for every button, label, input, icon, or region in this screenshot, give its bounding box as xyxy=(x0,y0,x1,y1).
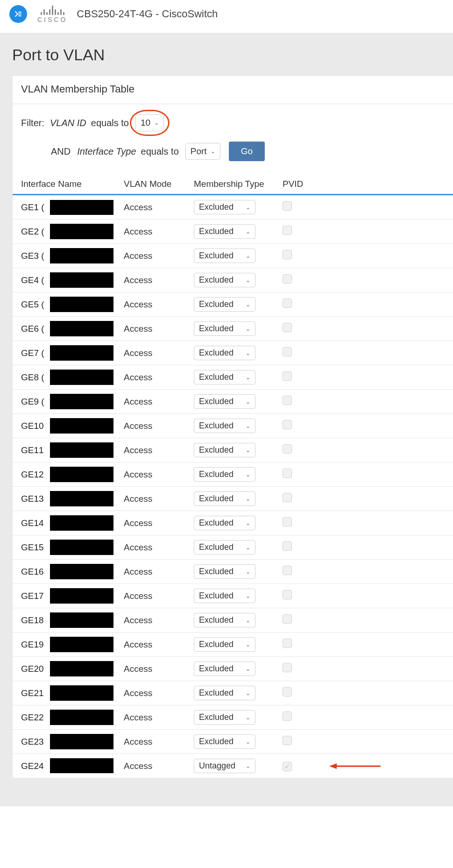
membership-type-select[interactable]: Excluded⌄ xyxy=(194,346,255,360)
pvid-checkbox[interactable] xyxy=(283,274,292,284)
pvid-checkbox[interactable] xyxy=(283,687,292,697)
pvid-checkbox[interactable] xyxy=(283,663,292,672)
go-button[interactable]: Go xyxy=(229,142,265,161)
membership-type-select[interactable]: Excluded⌄ xyxy=(194,516,255,530)
interface-name-text: GE6 ( xyxy=(21,324,44,334)
pvid-checkbox[interactable] xyxy=(283,566,292,575)
membership-type-select[interactable]: Excluded⌄ xyxy=(194,467,255,482)
membership-type-value: Excluded xyxy=(199,251,234,261)
pvid-cell xyxy=(283,299,329,310)
chevron-down-icon: ⌄ xyxy=(246,423,250,429)
pvid-checkbox[interactable] xyxy=(283,226,292,235)
interface-name-cell: GE8 ( xyxy=(21,370,124,384)
annotation-cell xyxy=(329,762,445,770)
vlan-mode-cell: Access xyxy=(124,372,194,383)
membership-type-select[interactable]: Excluded⌄ xyxy=(194,394,255,409)
pvid-checkbox[interactable] xyxy=(283,614,292,624)
membership-cell: Excluded⌄ xyxy=(194,564,283,579)
redaction-block xyxy=(50,685,113,701)
pvid-checkbox[interactable] xyxy=(283,517,292,526)
membership-type-select[interactable]: Excluded⌄ xyxy=(194,613,255,627)
membership-type-select[interactable]: Excluded⌄ xyxy=(194,662,255,676)
membership-type-select[interactable]: Excluded⌄ xyxy=(194,540,255,555)
interface-name-text: GE8 ( xyxy=(21,372,44,383)
interface-name-cell: GE6 ( xyxy=(21,321,124,336)
redaction-block xyxy=(50,321,113,336)
pvid-cell xyxy=(283,371,329,383)
membership-type-select[interactable]: Excluded⌄ xyxy=(194,249,255,263)
membership-type-select[interactable]: Excluded⌄ xyxy=(194,370,255,384)
pvid-checkbox[interactable] xyxy=(283,250,292,259)
membership-type-select[interactable]: Excluded⌄ xyxy=(194,321,255,336)
pvid-checkbox[interactable] xyxy=(283,299,292,308)
vlan-mode-cell: Access xyxy=(124,761,194,771)
membership-type-value: Excluded xyxy=(199,688,234,698)
pvid-checkbox[interactable] xyxy=(283,371,292,381)
filter-area: Filter: VLAN ID equals to 10 ⌄ AND Inter… xyxy=(13,104,453,176)
interface-name-cell: GE13 xyxy=(21,491,124,506)
pvid-checkbox[interactable] xyxy=(283,420,292,429)
interface-name-cell: GE5 ( xyxy=(21,297,124,312)
membership-type-select[interactable]: Excluded⌄ xyxy=(194,637,255,652)
vlan-mode-cell: Access xyxy=(124,299,194,310)
pvid-checkbox[interactable] xyxy=(283,541,292,551)
interface-name-text: GE2 ( xyxy=(21,227,44,237)
pvid-checkbox[interactable] xyxy=(283,323,292,332)
pvid-checkbox[interactable] xyxy=(283,347,292,356)
membership-type-value: Excluded xyxy=(199,299,234,309)
membership-type-select[interactable]: Excluded⌄ xyxy=(194,200,255,214)
pvid-checkbox[interactable] xyxy=(283,762,292,771)
chevron-down-icon: ⌄ xyxy=(246,398,250,405)
pvid-checkbox[interactable] xyxy=(283,444,292,454)
pvid-checkbox[interactable] xyxy=(283,736,292,745)
table-row: GE24AccessUntagged⌄ xyxy=(13,754,453,778)
table-row: GE22AccessExcluded⌄ xyxy=(13,705,453,730)
pvid-checkbox[interactable] xyxy=(283,493,292,502)
vlan-mode-cell: Access xyxy=(124,518,194,528)
interface-name-cell: GE21 xyxy=(21,686,124,700)
pvid-checkbox[interactable] xyxy=(283,396,292,405)
membership-type-select[interactable]: Excluded⌄ xyxy=(194,589,255,603)
pvid-checkbox[interactable] xyxy=(283,469,292,478)
membership-type-select[interactable]: Excluded⌄ xyxy=(194,564,255,579)
pvid-checkbox[interactable] xyxy=(283,590,292,599)
pvid-checkbox[interactable] xyxy=(283,201,292,211)
interface-name-cell: GE20 xyxy=(21,662,124,676)
redaction-block xyxy=(50,612,113,628)
membership-type-select[interactable]: Excluded⌄ xyxy=(194,297,255,312)
interface-type-select[interactable]: Port ⌄ xyxy=(185,143,220,160)
membership-cell: Excluded⌄ xyxy=(194,637,283,652)
interface-name-text: GE4 ( xyxy=(21,275,44,285)
membership-type-select[interactable]: Excluded⌄ xyxy=(194,686,255,700)
membership-type-select[interactable]: Excluded⌄ xyxy=(194,273,255,287)
interface-name-text: GE11 xyxy=(21,445,44,455)
membership-cell: Excluded⌄ xyxy=(194,297,283,312)
membership-type-select[interactable]: Excluded⌄ xyxy=(194,443,255,457)
interface-name-text: GE7 ( xyxy=(21,348,44,358)
redaction-block xyxy=(50,442,113,458)
membership-type-select[interactable]: Excluded⌄ xyxy=(194,491,255,506)
membership-type-select[interactable]: Excluded⌄ xyxy=(194,224,255,239)
table-row: GE14AccessExcluded⌄ xyxy=(13,511,453,535)
menu-toggle-icon[interactable] xyxy=(9,5,27,23)
pvid-cell xyxy=(283,639,329,650)
membership-type-select[interactable]: Untagged⌄ xyxy=(194,759,255,773)
vlan-id-select[interactable]: 10 ⌄ xyxy=(135,114,164,131)
chevron-down-icon: ⌄ xyxy=(246,569,250,575)
membership-type-select[interactable]: Excluded⌄ xyxy=(194,710,255,725)
page-band: Port to VLAN VLAN Membership Table Filte… xyxy=(0,33,453,806)
pvid-checkbox[interactable] xyxy=(283,639,292,648)
membership-type-select[interactable]: Excluded⌄ xyxy=(194,734,255,749)
vlan-mode-cell: Access xyxy=(124,421,194,431)
pvid-checkbox[interactable] xyxy=(283,711,292,721)
interface-name-cell: GE15 xyxy=(21,540,124,555)
redaction-block xyxy=(50,418,113,434)
membership-cell: Excluded⌄ xyxy=(194,370,283,384)
interface-name-cell: GE10 xyxy=(21,419,124,433)
filter-label: Filter: xyxy=(21,118,44,128)
chevron-down-icon: ⌄ xyxy=(246,204,250,211)
interface-type-label: Interface Type xyxy=(77,146,136,157)
redaction-block xyxy=(50,491,113,506)
interface-name-text: GE14 xyxy=(21,518,44,528)
membership-type-select[interactable]: Excluded⌄ xyxy=(194,419,255,433)
